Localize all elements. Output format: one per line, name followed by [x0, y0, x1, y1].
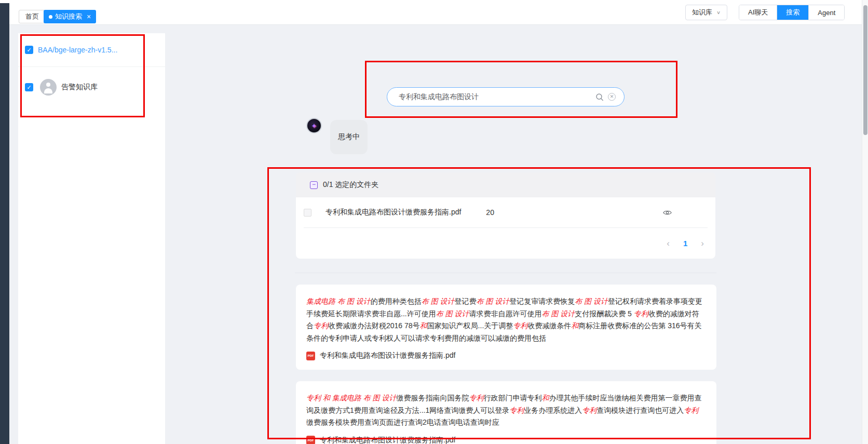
pdf-file-icon: PDF [306, 352, 315, 360]
page-prev-icon[interactable]: ‹ [667, 238, 670, 249]
search-input[interactable] [399, 93, 591, 101]
result-source-file-name[interactable]: 专利和集成电路布图设计缴费服务指南.pdf [320, 351, 455, 360]
tab-knowledge-search-label: 知识搜索 [55, 12, 82, 21]
indeterminate-checkbox-icon[interactable]: − [310, 181, 318, 189]
active-tab-dot-icon [49, 15, 52, 19]
sidebar-item-model-label[interactable]: BAA/bge-large-zh-v1.5... [38, 46, 117, 54]
result-text-line: 集成电路 布 图 设计的费用种类包括布 图 设计登记费布 图 设计登记复审请求费… [306, 295, 706, 308]
result-text-line: 合专利收费减缴办法财税2016 78号和国家知识产权局...关于调整专利收费减缴… [306, 320, 706, 332]
result-text-line: 条件的专利申请人或专利权人可以请求专利费用的减缴可以减缴的费用包括 [306, 332, 706, 345]
top-right-nav: 知识库 ∨ AI聊天 搜索 Agent [685, 5, 845, 20]
vertical-scrollbar[interactable] [862, 0, 868, 444]
result-text-line: 询及缴费方式1费用查询途径及方法...1网络查询缴费人可以登录专利业务办理系统进… [306, 405, 706, 417]
file-name[interactable]: 专利和集成电路布图设计缴费服务指南.pdf [326, 208, 461, 217]
page-number[interactable]: 1 [683, 239, 687, 248]
sidebar-item-alert-kb-label: 告警知识库 [61, 83, 98, 92]
search-icon[interactable] [595, 93, 604, 101]
result-source-file-name[interactable]: 专利和集成电路布图设计缴费服务指南.pdf [320, 436, 455, 444]
result-source-file[interactable]: PDF 专利和集成电路布图设计缴费服务指南.pdf [306, 436, 706, 444]
search-result-card: 专利 和 集成电路 布 图 设计缴费服务指南向国务院专利行政部门申请专利和办理其… [296, 381, 716, 444]
result-source-file[interactable]: PDF 专利和集成电路布图设计缴费服务指南.pdf [306, 351, 706, 360]
kb-sidebar: ✓ BAA/bge-large-zh-v1.5... ✓ 告警知识库 [18, 33, 165, 444]
preview-eye-icon[interactable] [663, 208, 672, 217]
pdf-file-icon: PDF [306, 436, 315, 444]
thinking-bubble: 思考中 [330, 120, 368, 154]
sparkle-icon: ✦ [311, 122, 317, 130]
ai-assistant-avatar: ✦ [306, 118, 322, 133]
result-text-line: 手续费延长期限请求费非自愿...许可使用布 图 设计请求费非自愿许可使用布 图 … [306, 308, 706, 320]
nav-ai-chat-button[interactable]: AI聊天 [739, 5, 777, 20]
checkbox-checked-icon[interactable]: ✓ [25, 83, 33, 91]
search-input-wrapper: ✕ [387, 87, 625, 106]
left-edge-strip [0, 3, 9, 444]
top-tab-bar: 首页 知识搜索 × 知识库 ∨ AI聊天 搜索 Agent [9, 0, 862, 25]
result-text-line: 专利 和 集成电路 布 图 设计缴费服务指南向国务院专利行政部门申请专利和办理其… [306, 392, 706, 405]
person-icon [46, 83, 50, 87]
sidebar-item-model[interactable]: ✓ BAA/bge-large-zh-v1.5... [18, 33, 165, 66]
clear-input-icon[interactable]: ✕ [608, 93, 616, 101]
mode-switch-group: AI聊天 搜索 Agent [739, 5, 845, 20]
checkbox-unchecked-icon[interactable] [304, 209, 311, 217]
result-text-line: 缴费服务模块费用查询页面进行查询2电话查询电话查询时应 [306, 416, 706, 429]
main-content: ✓ BAA/bge-large-zh-v1.5... ✓ 告警知识库 ✕ [9, 25, 862, 444]
pagination: ‹ 1 › [296, 228, 715, 259]
sidebar-item-alert-kb[interactable]: ✓ 告警知识库 [18, 67, 165, 107]
page-next-icon[interactable]: › [701, 238, 704, 249]
checkbox-checked-icon[interactable]: ✓ [25, 46, 33, 54]
thinking-label: 思考中 [338, 132, 360, 142]
file-chunk-count: 20 [486, 208, 494, 217]
nav-agent-button[interactable]: Agent [808, 5, 844, 20]
kb-avatar [40, 79, 57, 96]
nav-search-button[interactable]: 搜索 [777, 5, 808, 20]
results-divider [295, 273, 716, 273]
file-row[interactable]: 专利和集成电路布图设计缴费服务指南.pdf 20 [296, 197, 715, 227]
knowledge-base-select[interactable]: 知识库 ∨ [685, 5, 727, 20]
scrollbar-thumb[interactable] [863, 5, 867, 135]
tab-home[interactable]: 首页 [19, 10, 46, 23]
selected-folders-title: 0/1 选定的文件夹 [323, 180, 378, 190]
chevron-down-icon: ∨ [716, 10, 721, 15]
selected-folders-panel: − 0/1 选定的文件夹 专利和集成电路布图设计缴费服务指南.pdf 20 ‹ … [296, 172, 715, 259]
knowledge-base-select-label: 知识库 [692, 8, 712, 17]
selected-folders-body: 专利和集成电路布图设计缴费服务指南.pdf 20 ‹ 1 › [296, 197, 715, 259]
selected-folders-header: − 0/1 选定的文件夹 [296, 172, 715, 197]
tab-close-icon[interactable]: × [87, 13, 91, 20]
tab-knowledge-search[interactable]: 知识搜索 × [44, 10, 96, 23]
search-result-card: 集成电路 布 图 设计的费用种类包括布 图 设计登记费布 图 设计登记复审请求费… [296, 285, 716, 370]
app-window: 首页 知识搜索 × 知识库 ∨ AI聊天 搜索 Agent ✓ BAA/bge-… [0, 0, 868, 444]
